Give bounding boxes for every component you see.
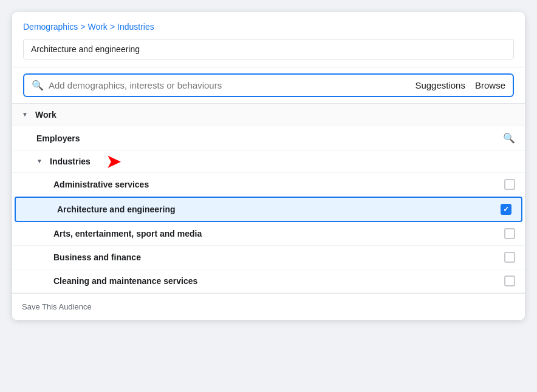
search-input[interactable]	[49, 80, 415, 90]
breadcrumb-sep-1: >	[80, 22, 85, 32]
search-bar: 🔍 Suggestions Browse	[23, 73, 514, 97]
breadcrumb-sep-2: >	[110, 22, 115, 32]
search-actions: Suggestions Browse	[415, 80, 505, 90]
arts-actions	[504, 228, 515, 239]
tree-label-arts: Arts, entertainment, sport and media	[53, 229, 504, 238]
administrative-actions	[504, 179, 515, 190]
tree-label-architecture: Architecture and engineering	[57, 204, 501, 214]
tree-label-employers: Employers	[36, 133, 503, 143]
tree-label-work: Work	[35, 110, 515, 120]
checkbox-arts[interactable]	[504, 228, 515, 239]
tree-section: Work Employers 🔍 Industries ➤ Administra…	[12, 104, 525, 293]
architecture-actions	[501, 204, 511, 215]
tree-item-architecture[interactable]: Architecture and engineering	[15, 197, 522, 222]
breadcrumb: Demographics > Work > Industries	[23, 22, 514, 32]
checkbox-cleaning[interactable]	[504, 275, 515, 286]
search-icon: 🔍	[32, 79, 44, 91]
selected-tag-text: Architecture and engineering	[31, 44, 140, 54]
tree-item-employers[interactable]: Employers 🔍	[12, 126, 525, 150]
browse-button[interactable]: Browse	[475, 80, 505, 90]
checkbox-business[interactable]	[504, 252, 515, 263]
breadcrumb-industries[interactable]: Industries	[117, 22, 154, 32]
tree-label-cleaning: Cleaning and maintenance services	[53, 276, 504, 286]
save-audience-label: Save This Audience	[22, 302, 92, 311]
tree-item-cleaning[interactable]: Cleaning and maintenance services	[12, 269, 525, 293]
tree-label-business: Business and finance	[53, 252, 504, 262]
checkbox-architecture[interactable]	[501, 204, 511, 215]
tree-label-industries: Industries	[50, 157, 515, 166]
search-section: 🔍 Suggestions Browse	[12, 67, 525, 104]
bottom-fade-area: Save This Audience	[12, 293, 525, 320]
checkbox-administrative[interactable]	[504, 179, 515, 190]
tree-item-industries[interactable]: Industries ➤	[12, 150, 525, 173]
main-panel: Demographics > Work > Industries Archite…	[12, 12, 525, 320]
breadcrumb-work[interactable]: Work	[87, 22, 107, 32]
employers-actions: 🔍	[503, 132, 515, 144]
tree-item-administrative[interactable]: Administrative services	[12, 173, 525, 197]
tree-item-work[interactable]: Work	[12, 104, 525, 126]
chevron-industries	[36, 157, 46, 166]
breadcrumb-demographics[interactable]: Demographics	[23, 22, 78, 32]
tree-item-arts[interactable]: Arts, entertainment, sport and media	[12, 222, 525, 246]
chevron-work	[22, 110, 32, 120]
employers-search-icon[interactable]: 🔍	[503, 132, 515, 144]
tree-item-business[interactable]: Business and finance	[12, 246, 525, 269]
selected-tag: Architecture and engineering	[23, 39, 514, 59]
cleaning-actions	[504, 275, 515, 286]
business-actions	[504, 252, 515, 263]
suggestions-button[interactable]: Suggestions	[415, 80, 465, 90]
tree-label-administrative: Administrative services	[53, 180, 504, 189]
top-section: Demographics > Work > Industries Archite…	[12, 12, 525, 67]
